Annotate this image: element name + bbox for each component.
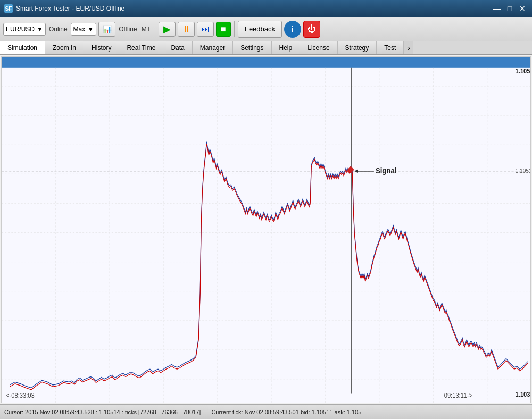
titlebar-left: SF Smart Forex Tester - EUR/USD Offline [4,4,124,13]
step-button[interactable]: ⏭ [197,22,214,37]
tick-info: Current tick: Nov 02 08:59:43.501 bid: 1… [211,409,361,415]
window-title: Smart Forex Tester - EUR/USD Offline [16,5,124,12]
toolbar: EUR/USD ▼ Online Max ▼ 📊 Offline MT ▶ ⏸ … [0,17,532,41]
tab-simulation[interactable]: Simulation [0,41,45,55]
app-icon: SF [4,4,13,13]
stop-button[interactable]: ■ [216,22,231,37]
separator-2 [234,21,235,37]
feedback-button[interactable]: Feedback [238,21,282,38]
svg-text:<-08:33:03: <-08:33:03 [6,392,35,399]
timeframe-arrow-icon: ▼ [87,26,94,33]
chart-container[interactable]: 1.1053 1.10514 1.1032 Signal <-08:33:03 … [1,56,531,403]
svg-text:1.10514: 1.10514 [516,167,530,174]
pair-selector[interactable]: EUR/USD ▼ [3,23,46,36]
price-chart: 1.1053 1.10514 1.1032 Signal <-08:33:03 … [2,57,530,403]
tab-scroll-right[interactable]: › [404,41,413,54]
timeframe-value: Max [73,26,86,33]
info-button[interactable]: i [284,21,301,38]
tab-real-time[interactable]: Real Time [119,41,163,54]
tab-strategy[interactable]: Strategy [338,41,377,54]
close-button[interactable]: ✕ [517,3,528,14]
maximize-button[interactable]: □ [504,3,515,14]
svg-text:Signal: Signal [376,167,397,175]
timeframe-selector[interactable]: Max ▼ [71,23,97,36]
tab-zoom-in[interactable]: Zoom In [45,41,84,54]
mt-label: MT [140,26,152,33]
dropdown-arrow-icon: ▼ [37,26,43,33]
chart-type-button[interactable]: 📊 [98,22,115,37]
pause-button[interactable]: ⏸ [178,22,195,37]
tab-history[interactable]: History [84,41,119,54]
tab-data[interactable]: Data [163,41,192,54]
online-label: Online [48,26,69,33]
play-button[interactable]: ▶ [159,22,176,37]
titlebar: SF Smart Forex Tester - EUR/USD Offline … [0,0,532,17]
tab-settings[interactable]: Settings [233,41,271,54]
svg-text:1.1032: 1.1032 [516,391,530,398]
offline-label: Offline [118,26,138,33]
minimize-button[interactable]: — [492,3,502,14]
svg-rect-1 [2,57,530,68]
svg-rect-0 [2,57,530,403]
tab-help[interactable]: Help [272,41,301,54]
pair-label: EUR/USD [6,26,35,33]
cursor-info: Cursor: 2015 Nov 02 08:59:43.528 : 1.105… [4,409,201,415]
tab-bar: Simulation Zoom In History Real Time Dat… [0,41,532,55]
separator-1 [155,21,155,37]
svg-text:09:13:11->: 09:13:11-> [444,392,473,399]
power-button[interactable]: ⏻ [303,21,320,38]
tab-test[interactable]: Test [377,41,404,54]
svg-text:1.1053: 1.1053 [516,67,530,74]
statusbar: Cursor: 2015 Nov 02 08:59:43.528 : 1.105… [0,404,532,419]
tab-manager[interactable]: Manager [193,41,233,54]
window-controls[interactable]: — □ ✕ [492,3,528,14]
chart-icon: 📊 [103,25,112,33]
tab-license[interactable]: License [300,41,337,54]
